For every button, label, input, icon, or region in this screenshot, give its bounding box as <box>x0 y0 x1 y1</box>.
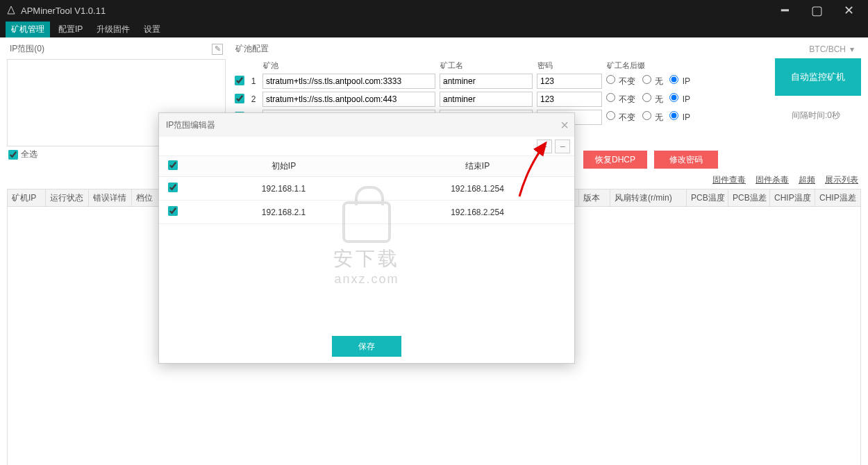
pool-row-1-url[interactable] <box>262 74 435 89</box>
pool-config-label: 矿池配置 <box>235 43 269 55</box>
coin-select[interactable]: BTC/BCH ▾ <box>809 44 858 54</box>
app-icon <box>6 5 17 16</box>
pool-row-2-url[interactable] <box>262 92 435 107</box>
dialog-row-2-start[interactable]: 192.168.2.1 <box>187 208 381 217</box>
maximize-button[interactable]: ▢ <box>807 3 826 17</box>
dialog-save-button[interactable]: 保存 <box>332 336 401 357</box>
minimize-button[interactable]: ━ <box>775 3 794 17</box>
pool-row-2-suffix-none[interactable]: 无 <box>642 94 663 104</box>
dialog-close-icon[interactable]: × <box>560 117 569 133</box>
col-worker: 矿工名 <box>437 59 535 72</box>
auto-monitor-button[interactable]: 自动监控矿机 <box>775 58 861 96</box>
gcol-status[interactable]: 运行状态 <box>46 189 89 206</box>
col-pwd: 密码 <box>535 59 604 72</box>
coin-label: BTC/BCH <box>809 44 846 54</box>
add-row-button[interactable]: + <box>537 140 552 153</box>
chevron-down-icon: ▾ <box>850 44 854 54</box>
dialog-title: IP范围编辑器 <box>166 119 215 131</box>
gcol-fan[interactable]: 风扇转速(r/min) <box>610 189 687 206</box>
title-bar: APMinerTool V1.0.11 ━ ▢ ✕ <box>0 0 868 21</box>
pool-row-1-worker[interactable] <box>440 74 533 89</box>
close-button[interactable]: ✕ <box>839 3 858 17</box>
pool-row-1-check[interactable] <box>235 76 244 85</box>
restore-dhcp-button[interactable]: 恢复DHCP <box>583 151 647 169</box>
interval-label: 间隔时间:0秒 <box>771 110 861 121</box>
select-all[interactable]: 全选 <box>8 149 37 160</box>
col-suffix: 矿工名后缀 <box>604 59 764 72</box>
pool-row-2-idx: 2 <box>249 94 258 104</box>
dialog-col-end: 结束IP <box>381 160 574 172</box>
pool-row-2-check[interactable] <box>235 94 244 103</box>
pool-row-2-suffix-ip[interactable]: IP <box>669 94 690 104</box>
dialog-col-start: 初始IP <box>187 160 381 172</box>
menu-upgrade-firmware[interactable]: 升级固件 <box>91 22 135 37</box>
ip-range-label: IP范围(0) <box>10 43 44 55</box>
pool-row-1-pwd[interactable] <box>537 74 602 89</box>
gcol-pcbdiff[interactable]: PCB温差 <box>728 189 770 206</box>
link-overclock[interactable]: 超频 <box>799 174 815 186</box>
app-title: APMinerTool V1.0.11 <box>21 6 775 16</box>
link-show-list[interactable]: 展示列表 <box>825 174 858 186</box>
ip-range-editor-dialog: IP范围编辑器 × + − 初始IP 结束IP 192.168.1.1 192.… <box>158 112 575 364</box>
pool-row-3-suffix-none[interactable]: 无 <box>642 112 663 122</box>
pool-row-1-suffix-ip[interactable]: IP <box>669 76 690 86</box>
gcol-ip[interactable]: 矿机IP <box>8 189 46 206</box>
menu-config-ip[interactable]: 配置IP <box>53 22 88 37</box>
dialog-row-2-check[interactable] <box>168 206 178 216</box>
pool-row-2-pwd[interactable] <box>537 92 602 107</box>
dialog-row-2-end[interactable]: 192.168.2.254 <box>381 208 574 217</box>
link-firmware-scan[interactable]: 固件查毒 <box>712 174 746 186</box>
pool-row-3-suffix-ip[interactable]: IP <box>669 112 690 122</box>
pool-row-1-suffix-keep[interactable]: 不变 <box>606 76 635 86</box>
gcol-chipdiff[interactable]: CHIP温差 <box>815 189 860 206</box>
menu-miner-manage[interactable]: 矿机管理 <box>6 22 50 37</box>
pool-row-2-worker[interactable] <box>440 92 533 107</box>
remove-row-button[interactable]: − <box>555 140 570 153</box>
pool-row-2-suffix-keep[interactable]: 不变 <box>606 94 635 104</box>
change-password-button[interactable]: 修改密码 <box>654 151 718 169</box>
gcol-chiptemp[interactable]: CHIP温度 <box>770 189 815 206</box>
dialog-row-1-start[interactable]: 192.168.1.1 <box>187 184 381 194</box>
dialog-row-1-check[interactable] <box>168 183 178 192</box>
pool-row-3-suffix-keep[interactable]: 不变 <box>606 112 635 122</box>
gcol-version[interactable]: 版本 <box>579 189 610 206</box>
link-firmware-kill[interactable]: 固件杀毒 <box>756 174 789 186</box>
menu-settings[interactable]: 设置 <box>138 22 166 37</box>
edit-ip-range-icon[interactable]: ✎ <box>212 44 223 55</box>
dialog-check-all[interactable] <box>168 160 178 170</box>
gcol-pcbtemp[interactable]: PCB温度 <box>687 189 728 206</box>
col-pool: 矿池 <box>260 59 437 72</box>
gcol-gear[interactable]: 档位 <box>132 189 160 206</box>
dialog-row-1-end[interactable]: 192.168.1.254 <box>381 184 574 194</box>
pool-row-1-idx: 1 <box>249 76 258 86</box>
gcol-error[interactable]: 错误详情 <box>89 189 132 206</box>
select-all-label: 全选 <box>21 149 37 160</box>
menu-bar: 矿机管理 配置IP 升级固件 设置 <box>0 21 868 37</box>
pool-row-1-suffix-none[interactable]: 无 <box>642 76 663 86</box>
